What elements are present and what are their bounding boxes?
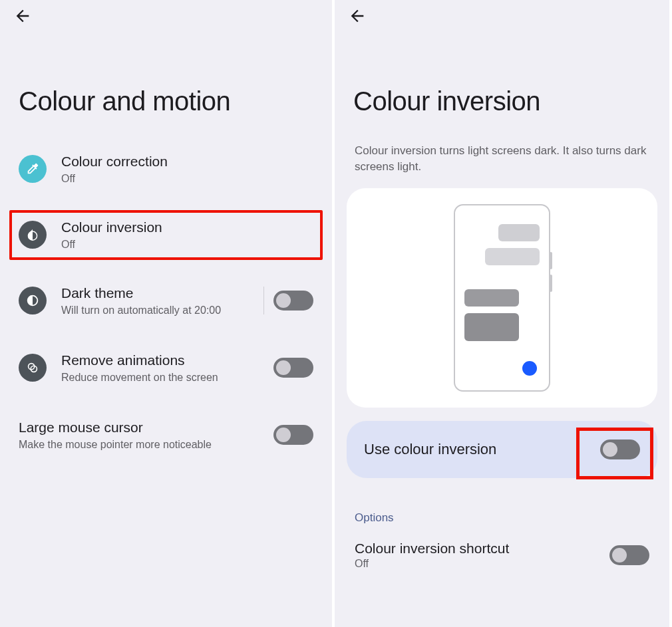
arrow-left-icon (13, 7, 32, 25)
row-title: Colour inversion shortcut (355, 541, 609, 557)
animations-icon (19, 354, 47, 382)
row-divider (263, 287, 264, 314)
page-title: Colour and motion (0, 0, 332, 143)
phone-illustration (454, 204, 550, 392)
dark-theme-icon (19, 287, 47, 314)
settings-list: Colour correction Off Colour inversion O… (0, 143, 332, 461)
colour-inversion-screen: Colour inversion Colour inversion turns … (335, 0, 669, 627)
row-subtitle: Reduce movement on the screen (61, 370, 273, 385)
dark-theme-toggle[interactable] (273, 291, 313, 311)
back-button[interactable] (13, 7, 32, 28)
remove-animations-row[interactable]: Remove animations Reduce movement on the… (9, 342, 323, 394)
preview-card (347, 188, 657, 408)
row-subtitle: Off (61, 172, 313, 186)
page-title: Colour inversion (335, 0, 669, 143)
options-section-label: Options (335, 478, 669, 531)
colour-inversion-row[interactable]: Colour inversion Off (9, 210, 323, 260)
use-colour-inversion-toggle[interactable] (600, 439, 640, 459)
remove-animations-toggle[interactable] (273, 358, 313, 378)
row-title: Remove animations (61, 351, 273, 369)
eyedropper-icon (19, 155, 47, 183)
description-text: Colour inversion turns light screens dar… (335, 143, 669, 188)
row-subtitle: Will turn on automatically at 20:00 (61, 303, 259, 318)
row-subtitle: Make the mouse pointer more noticeable (19, 438, 273, 452)
row-subtitle: Off (355, 558, 609, 570)
large-cursor-toggle[interactable] (273, 425, 313, 445)
arrow-left-icon (348, 7, 367, 25)
use-colour-inversion-row[interactable]: Use colour inversion (347, 421, 657, 478)
large-mouse-cursor-row[interactable]: Large mouse cursor Make the mouse pointe… (9, 409, 323, 461)
use-colour-inversion-label: Use colour inversion (364, 441, 496, 458)
colour-inversion-shortcut-row[interactable]: Colour inversion shortcut Off (335, 531, 669, 579)
row-subtitle: Off (61, 237, 313, 252)
colour-and-motion-screen: Colour and motion Colour correction Off … (0, 0, 335, 627)
shortcut-toggle[interactable] (609, 545, 649, 565)
back-button[interactable] (348, 7, 367, 28)
row-title: Large mouse cursor (19, 418, 273, 436)
invert-colors-icon (19, 221, 47, 249)
row-title: Colour correction (61, 152, 313, 170)
row-title: Colour inversion (61, 218, 313, 236)
row-title: Dark theme (61, 284, 259, 302)
colour-correction-row[interactable]: Colour correction Off (9, 143, 323, 195)
dark-theme-row[interactable]: Dark theme Will turn on automatically at… (9, 275, 323, 327)
